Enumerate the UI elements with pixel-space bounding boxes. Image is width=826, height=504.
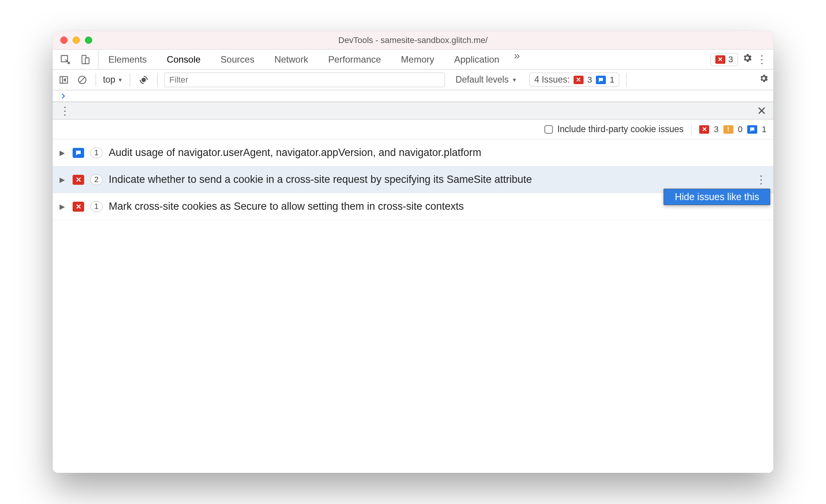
device-toolbar-icon[interactable] (79, 53, 92, 66)
issue-title: Audit usage of navigator.userAgent, navi… (109, 147, 481, 159)
info-issue-icon (73, 148, 84, 158)
main-menu-icon[interactable]: ⋮ (756, 53, 767, 66)
close-window-button[interactable] (60, 36, 68, 44)
issues-list: ▶1Audit usage of navigator.userAgent, na… (53, 139, 773, 473)
error-issue-icon: ✕ (73, 175, 84, 185)
filter-input[interactable] (164, 73, 445, 87)
context-label: top (103, 75, 115, 85)
issues-info-count: 1 (610, 75, 614, 85)
issues-counts: ✕ 3 ! 0 1 (691, 124, 766, 134)
tab-elements[interactable]: Elements (98, 50, 157, 69)
console-output (53, 90, 773, 102)
error-badge-icon: ✕ (699, 125, 709, 134)
clear-console-icon[interactable] (76, 73, 89, 86)
tab-console[interactable]: Console (157, 50, 211, 69)
info-badge-icon (596, 76, 606, 84)
zoom-window-button[interactable] (85, 36, 92, 44)
checkbox-icon (544, 125, 553, 134)
tab-network[interactable]: Network (264, 50, 318, 69)
issue-row-menu-icon[interactable]: ⋮ (756, 173, 766, 186)
disclosure-triangle-icon[interactable]: ▶ (60, 149, 66, 157)
disclosure-triangle-icon[interactable]: ▶ (60, 176, 66, 184)
window-title: DevTools - samesite-sandbox.glitch.me/ (53, 35, 773, 45)
dropdown-triangle-icon: ▼ (512, 77, 517, 83)
toggle-sidebar-icon[interactable] (57, 73, 70, 86)
inspect-element-icon[interactable] (59, 53, 72, 66)
context-selector[interactable]: top ▼ (103, 75, 123, 85)
svg-rect-2 (85, 58, 89, 63)
more-tabs-icon[interactable]: » (509, 50, 525, 69)
third-party-checkbox[interactable]: Include third-party cookie issues (544, 124, 684, 134)
live-expression-icon[interactable] (137, 73, 150, 86)
tab-application[interactable]: Application (444, 50, 509, 69)
third-party-checkbox-label: Include third-party cookie issues (557, 124, 684, 134)
issues-summary-pill[interactable]: 4 Issues: ✕ 3 1 (529, 73, 620, 87)
issues-warn-count: 0 (738, 124, 743, 134)
error-badge-icon: ✕ (574, 76, 584, 84)
disclosure-triangle-icon[interactable]: ▶ (60, 202, 66, 211)
devtools-window: DevTools - samesite-sandbox.glitch.me/ E… (53, 31, 773, 473)
issue-row[interactable]: ▶✕2Indicate whether to send a cookie in … (53, 166, 773, 193)
dropdown-triangle-icon: ▼ (118, 77, 123, 83)
settings-gear-icon[interactable] (742, 53, 753, 66)
issues-error-count: 3 (587, 75, 592, 85)
divider (157, 73, 158, 87)
panel-tabs: ElementsConsoleSourcesNetworkPerformance… (98, 50, 509, 69)
issue-count-pill: 2 (90, 174, 103, 185)
divider (130, 73, 130, 87)
issues-info-count: 1 (762, 124, 766, 134)
drawer-header: ⋮ ✕ (53, 102, 773, 119)
error-badge-count: 3 (728, 55, 733, 65)
issue-title: Mark cross-site cookies as Secure to all… (109, 201, 464, 212)
issue-row[interactable]: ▶1Audit usage of navigator.userAgent, na… (53, 139, 773, 166)
svg-point-5 (141, 78, 146, 82)
issue-count-pill: 1 (90, 148, 103, 158)
main-tabs-row: ElementsConsoleSourcesNetworkPerformance… (53, 50, 773, 70)
context-menu: Hide issues like this (663, 189, 770, 205)
log-levels-label: Default levels (456, 75, 509, 85)
inspect-controls (53, 50, 98, 69)
warn-badge-icon: ! (723, 125, 733, 134)
tab-memory[interactable]: Memory (391, 50, 445, 69)
error-count-pill[interactable]: ✕ 3 (710, 53, 738, 66)
window-controls (53, 36, 92, 44)
issues-summary-label: 4 Issues: (534, 75, 570, 85)
issue-count-pill: 1 (90, 201, 103, 212)
error-issue-icon: ✕ (73, 202, 84, 212)
divider (96, 73, 96, 87)
drawer-close-icon[interactable]: ✕ (757, 104, 766, 118)
info-badge-icon (747, 125, 757, 134)
drawer-menu-icon[interactable]: ⋮ (60, 104, 70, 117)
tab-performance[interactable]: Performance (318, 50, 391, 69)
divider (626, 73, 627, 87)
log-levels-selector[interactable]: Default levels ▼ (456, 75, 517, 85)
tab-sources[interactable]: Sources (211, 50, 264, 69)
issues-toolbar: Include third-party cookie issues ✕ 3 ! … (53, 119, 773, 139)
issue-title: Indicate whether to send a cookie in a c… (109, 174, 532, 186)
minimize-window-button[interactable] (73, 36, 80, 44)
console-settings-gear-icon[interactable] (759, 73, 769, 86)
context-menu-item-hide[interactable]: Hide issues like this (675, 191, 759, 202)
console-toolbar: top ▼ Default levels ▼ 4 Issues: ✕ 3 1 (53, 70, 773, 90)
issues-error-count: 3 (714, 124, 718, 134)
error-badge-icon: ✕ (715, 55, 725, 64)
titlebar: DevTools - samesite-sandbox.glitch.me/ (53, 31, 773, 50)
